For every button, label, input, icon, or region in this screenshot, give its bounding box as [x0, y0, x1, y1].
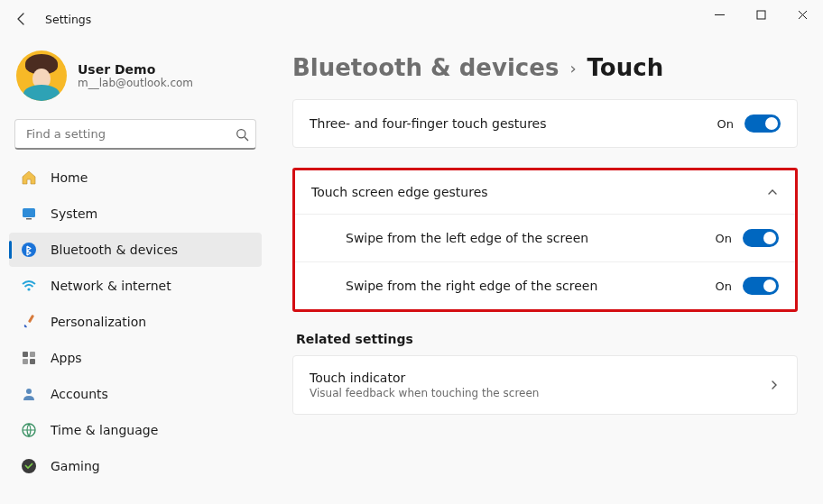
swipe-left-toggle[interactable] — [743, 229, 779, 247]
setting-label: Touch screen edge gestures — [311, 185, 488, 199]
svg-rect-9 — [23, 359, 28, 364]
system-icon — [20, 205, 38, 223]
chevron-right-icon: › — [569, 59, 576, 78]
sidebar-item-label: Home — [51, 170, 88, 185]
svg-rect-8 — [30, 352, 35, 357]
svg-rect-10 — [30, 359, 35, 364]
minimize-icon — [715, 10, 725, 20]
sidebar-item-label: Network & internet — [51, 279, 171, 293]
svg-rect-6 — [28, 315, 34, 323]
breadcrumb-parent[interactable]: Bluetooth & devices — [292, 54, 559, 81]
setting-label: Swipe from the right edge of the screen — [346, 279, 597, 293]
toggle-state-label: On — [716, 232, 732, 245]
svg-rect-0 — [757, 11, 765, 19]
page-title: Touch — [587, 54, 664, 81]
chevron-up-icon — [766, 186, 779, 198]
touch-gestures-toggle[interactable] — [744, 115, 781, 133]
svg-point-11 — [26, 389, 32, 394]
home-icon — [20, 169, 38, 187]
window-controls — [698, 0, 823, 29]
gaming-icon — [20, 457, 38, 475]
svg-point-1 — [237, 129, 245, 137]
user-profile[interactable]: User Demo m__lab@outlook.com — [9, 43, 262, 114]
svg-rect-3 — [26, 218, 32, 220]
sidebar-item-personalization[interactable]: Personalization — [9, 305, 262, 339]
sidebar-item-label: Gaming — [51, 459, 100, 473]
sidebar-item-accounts[interactable]: Accounts — [9, 377, 262, 411]
sidebar-item-network[interactable]: Network & internet — [9, 269, 262, 303]
sidebar-item-home[interactable]: Home — [9, 160, 262, 195]
close-icon — [798, 10, 808, 20]
setting-subtitle: Visual feedback when touching the screen — [310, 387, 539, 399]
sidebar-item-gaming[interactable]: Gaming — [9, 449, 262, 483]
sidebar-item-bluetooth-devices[interactable]: Bluetooth & devices — [9, 233, 262, 267]
maximize-button[interactable] — [740, 0, 781, 29]
globe-icon — [20, 421, 38, 439]
sidebar-item-label: Time & language — [51, 423, 158, 437]
sidebar-item-label: Apps — [51, 351, 82, 365]
minimize-button[interactable] — [698, 0, 740, 29]
chevron-right-icon — [768, 379, 781, 391]
close-button[interactable] — [781, 0, 823, 29]
related-settings-heading: Related settings — [296, 332, 798, 346]
highlighted-section: Touch screen edge gestures Swipe from th… — [292, 168, 798, 312]
setting-row-touch-indicator[interactable]: Touch indicator Visual feedback when tou… — [292, 355, 798, 415]
arrow-left-icon — [14, 12, 29, 26]
svg-point-5 — [27, 288, 30, 290]
toggle-state-label: On — [716, 279, 732, 293]
setting-group-edge-gestures: Touch screen edge gestures Swipe from th… — [295, 170, 795, 309]
sidebar-item-label: Bluetooth & devices — [51, 243, 178, 257]
sidebar-item-label: Accounts — [51, 387, 108, 401]
sidebar: User Demo m__lab@outlook.com Home System… — [0, 38, 271, 504]
setting-expander-header[interactable]: Touch screen edge gestures — [295, 170, 795, 214]
profile-name: User Demo — [78, 62, 193, 77]
bluetooth-icon — [20, 241, 38, 259]
nav-list: Home System Bluetooth & devices Network … — [9, 160, 262, 483]
breadcrumb: Bluetooth & devices › Touch — [292, 54, 798, 81]
paintbrush-icon — [20, 313, 38, 331]
setting-label: Three- and four-finger touch gestures — [310, 116, 547, 131]
svg-rect-2 — [23, 208, 35, 217]
setting-row-touch-gestures[interactable]: Three- and four-finger touch gestures On — [292, 99, 798, 148]
search-wrap — [14, 119, 256, 150]
profile-email: m__lab@outlook.com — [78, 77, 193, 89]
setting-label: Touch indicator — [310, 371, 539, 385]
window-title: Settings — [45, 13, 91, 26]
search-input[interactable] — [14, 119, 256, 150]
sidebar-item-apps[interactable]: Apps — [9, 341, 262, 375]
sidebar-item-label: System — [51, 206, 97, 221]
sidebar-item-time-language[interactable]: Time & language — [9, 413, 262, 447]
setting-row-swipe-right: Swipe from the right edge of the screen … — [295, 261, 795, 309]
accounts-icon — [20, 385, 38, 403]
search-icon — [236, 119, 249, 150]
setting-row-swipe-left: Swipe from the left edge of the screen O… — [295, 214, 795, 261]
apps-icon — [20, 349, 38, 367]
toggle-state-label: On — [717, 117, 734, 131]
sidebar-item-label: Personalization — [51, 315, 146, 329]
setting-label: Swipe from the left edge of the screen — [346, 231, 588, 245]
wifi-icon — [20, 277, 38, 295]
back-button[interactable] — [5, 3, 38, 35]
titlebar: Settings — [0, 0, 823, 38]
sidebar-item-system[interactable]: System — [9, 197, 262, 231]
avatar — [16, 50, 67, 101]
main-content: Bluetooth & devices › Touch Three- and f… — [271, 38, 823, 504]
swipe-right-toggle[interactable] — [743, 277, 779, 295]
maximize-icon — [756, 10, 766, 20]
svg-rect-7 — [23, 352, 28, 357]
